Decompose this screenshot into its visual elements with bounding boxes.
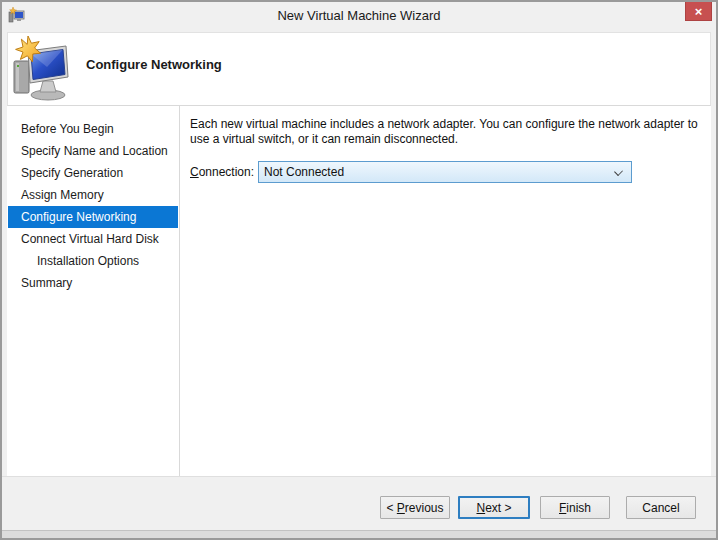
wizard-footer: < Previous Next > Finish Cancel (2, 476, 716, 532)
new-vm-wizard-icon (12, 35, 72, 103)
sidebar-item-before-you-begin[interactable]: Before You Begin (8, 118, 178, 140)
finish-button[interactable]: Finish (540, 496, 610, 519)
step-content: Each new virtual machine includes a netw… (180, 106, 711, 476)
title-bar: New Virtual Machine Wizard × (2, 2, 716, 30)
step-description: Each new virtual machine includes a netw… (190, 117, 706, 147)
sidebar-item-connect-virtual-hard-disk[interactable]: Connect Virtual Hard Disk (8, 228, 178, 250)
sidebar-item-summary[interactable]: Summary (8, 272, 178, 294)
wizard-window: New Virtual Machine Wizard × (0, 0, 718, 540)
close-button[interactable]: × (685, 2, 712, 21)
sidebar-item-configure-networking[interactable]: Configure Networking (8, 206, 178, 228)
wizard-steps-sidebar: Before You Begin Specify Name and Locati… (7, 106, 180, 476)
next-button[interactable]: Next > (458, 496, 530, 519)
previous-button[interactable]: < Previous (380, 496, 450, 519)
connection-selected-value: Not Connected (264, 162, 344, 182)
sidebar-item-installation-options[interactable]: Installation Options (8, 250, 178, 272)
sidebar-item-assign-memory[interactable]: Assign Memory (8, 184, 178, 206)
connection-select[interactable]: Not Connected (258, 161, 632, 183)
connection-label: Connection: (190, 161, 258, 183)
page-title: Configure Networking (86, 57, 222, 72)
window-bottom-frame (2, 530, 716, 538)
sidebar-item-specify-name-location[interactable]: Specify Name and Location (8, 140, 178, 162)
sidebar-item-specify-generation[interactable]: Specify Generation (8, 162, 178, 184)
cancel-button[interactable]: Cancel (626, 496, 696, 519)
close-icon: × (695, 4, 703, 19)
chevron-down-icon (614, 167, 623, 176)
connection-field-row: Connection: Not Connected (190, 161, 707, 183)
wizard-header: Configure Networking (7, 32, 711, 106)
window-title: New Virtual Machine Wizard (2, 2, 716, 30)
wizard-body: Before You Begin Specify Name and Locati… (7, 106, 711, 476)
